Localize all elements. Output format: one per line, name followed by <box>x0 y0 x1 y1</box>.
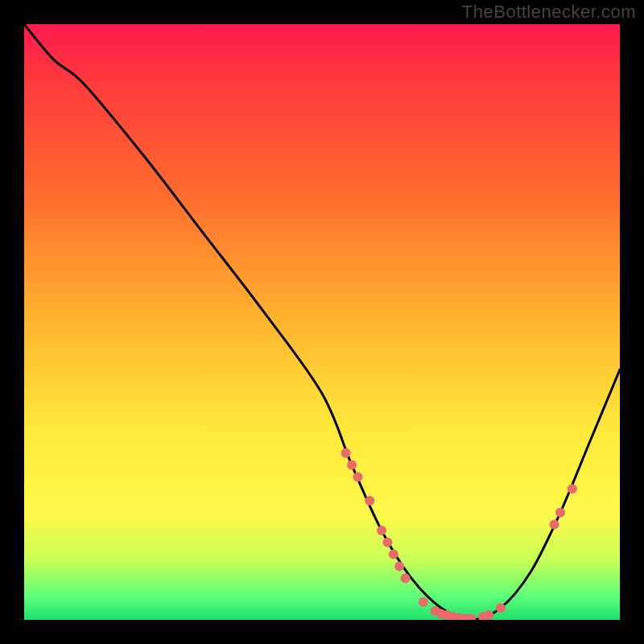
marker-dot <box>419 597 428 607</box>
marker-dot <box>394 561 404 571</box>
marker-dot <box>555 508 565 518</box>
marker-dot <box>365 496 374 506</box>
chart-frame: TheBottlenecker.com <box>0 0 644 644</box>
watermark-text: TheBottlenecker.com <box>462 2 636 23</box>
marker-dot <box>401 573 411 583</box>
curve-path <box>24 24 620 620</box>
marker-dot <box>377 526 386 535</box>
marker-layer <box>341 448 577 620</box>
marker-dot <box>484 610 493 620</box>
marker-dot <box>382 538 392 547</box>
marker-dot <box>550 520 559 530</box>
marker-dot <box>347 460 357 470</box>
marker-dot <box>353 472 362 481</box>
chart-svg <box>24 24 620 620</box>
marker-dot <box>341 448 351 458</box>
marker-dot <box>568 484 577 493</box>
plot-area <box>24 24 620 620</box>
marker-dot <box>389 550 398 559</box>
marker-dot <box>496 603 506 613</box>
